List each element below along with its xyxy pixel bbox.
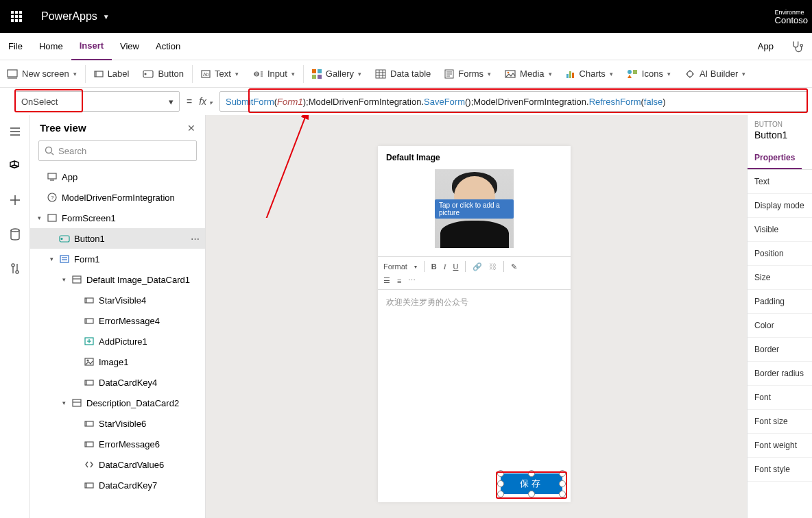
tree-node[interactable]: StarVisible6 bbox=[30, 413, 205, 434]
tree-view-icon[interactable] bbox=[4, 155, 26, 177]
property-row[interactable]: Position bbox=[748, 242, 812, 266]
rte-toolbar[interactable]: Format▾ B I U 🔗 ⛓ ✎ ☰ ≡ ⋯ bbox=[378, 256, 571, 290]
chevron-down-icon: ▾ bbox=[169, 97, 174, 107]
link-icon[interactable]: 🔗 bbox=[473, 262, 482, 271]
tree-view-title: Tree view bbox=[40, 122, 86, 134]
menu-file[interactable]: File bbox=[0, 33, 31, 60]
equals-sign: = bbox=[187, 96, 192, 107]
aibuilder-button[interactable]: AI Builder▾ bbox=[678, 60, 752, 88]
property-row[interactable]: Font style bbox=[748, 458, 812, 482]
search-input[interactable]: Search bbox=[38, 140, 197, 161]
more-icon[interactable]: ⋯ bbox=[408, 276, 416, 285]
svg-rect-42 bbox=[633, 70, 637, 74]
chevron-down-icon[interactable]: ▾ bbox=[209, 99, 213, 106]
menu-insert[interactable]: Insert bbox=[71, 33, 112, 60]
canvas[interactable]: Default Image Tap or click to add a pict… bbox=[206, 115, 747, 518]
unlink-icon[interactable]: ⛓ bbox=[489, 262, 497, 271]
bold-icon[interactable]: B bbox=[431, 262, 437, 271]
svg-rect-65 bbox=[48, 214, 56, 221]
help-icon: ? bbox=[47, 192, 58, 203]
hamburger-icon[interactable] bbox=[4, 121, 26, 143]
tree-node-label: Description_DataCard2 bbox=[86, 398, 179, 408]
menu-action[interactable]: Action bbox=[147, 33, 189, 60]
tab-properties[interactable]: Properties bbox=[748, 147, 802, 169]
formula-input[interactable]: SubmitForm(Form1);ModelDrivenFormIntegra… bbox=[219, 91, 808, 112]
menu-view[interactable]: View bbox=[112, 33, 147, 60]
menu-app[interactable]: App bbox=[750, 33, 782, 60]
charts-label: Charts bbox=[580, 69, 606, 79]
property-row[interactable]: Font weight bbox=[748, 434, 812, 458]
tree-node[interactable]: Image1 bbox=[30, 352, 205, 372]
svg-rect-10 bbox=[8, 70, 17, 77]
property-row[interactable]: Padding bbox=[748, 290, 812, 314]
app-launcher-icon[interactable] bbox=[0, 11, 33, 22]
gallery-button[interactable]: Gallery▾ bbox=[305, 60, 368, 88]
property-row[interactable]: Border radius bbox=[748, 362, 812, 386]
property-row[interactable]: Size bbox=[748, 266, 812, 290]
stethoscope-icon[interactable] bbox=[782, 33, 812, 60]
chevron-down-icon[interactable]: ▼ bbox=[103, 13, 110, 21]
property-row[interactable]: Font size bbox=[748, 410, 812, 434]
datatable-button[interactable]: Data table bbox=[368, 60, 438, 88]
insert-icon[interactable] bbox=[4, 189, 26, 211]
svg-rect-1 bbox=[15, 11, 18, 14]
tools-icon[interactable] bbox=[4, 258, 26, 280]
property-row[interactable]: Color bbox=[748, 314, 812, 338]
form-icon bbox=[59, 254, 70, 264]
svg-rect-71 bbox=[73, 276, 81, 283]
forms-button[interactable]: Forms▾ bbox=[438, 60, 498, 88]
charts-button[interactable]: Charts▾ bbox=[559, 60, 620, 88]
property-value: OnSelect bbox=[21, 97, 58, 107]
tree-node[interactable]: DataCardKey4 bbox=[30, 372, 205, 393]
property-row[interactable]: Font bbox=[748, 386, 812, 410]
tree-node[interactable]: DataCardValue6 bbox=[30, 454, 205, 475]
number-list-icon[interactable]: ≡ bbox=[397, 277, 401, 285]
rte-format-label[interactable]: Format bbox=[383, 262, 407, 271]
tree-node[interactable]: Button1⋯ bbox=[30, 228, 205, 249]
tree-node[interactable]: ▾Form1 bbox=[30, 249, 205, 269]
tree-node[interactable]: StarVisible4 bbox=[30, 290, 205, 310]
menu-home[interactable]: Home bbox=[31, 33, 71, 60]
data-icon[interactable] bbox=[4, 223, 26, 245]
property-row[interactable]: Border bbox=[748, 338, 812, 362]
property-row[interactable]: Text bbox=[748, 170, 812, 194]
label-icon bbox=[84, 418, 95, 429]
media-button[interactable]: Media▾ bbox=[498, 60, 558, 88]
rte-content[interactable]: 欢迎关注罗勇的公众号 bbox=[378, 290, 571, 315]
ribbon: New screen▾ Label Button Ab Text▾ Input▾… bbox=[0, 60, 812, 88]
input-button[interactable]: Input▾ bbox=[246, 60, 302, 88]
environment-picker[interactable]: Environme Contoso bbox=[775, 8, 812, 25]
italic-icon[interactable]: I bbox=[444, 262, 446, 271]
tree-node[interactable]: ErrorMessage4 bbox=[30, 310, 205, 331]
text-button[interactable]: Ab Text▾ bbox=[194, 60, 246, 88]
app-icon bbox=[47, 171, 58, 182]
tree-node[interactable]: ▾FormScreen1 bbox=[30, 208, 205, 228]
tree-node-label: AddPicture1 bbox=[99, 336, 147, 347]
svg-marker-43 bbox=[628, 75, 632, 78]
icons-button[interactable]: Icons▾ bbox=[620, 60, 678, 88]
tree-node[interactable]: ▾Default Image_DataCard1 bbox=[30, 269, 205, 290]
tree-node[interactable]: ▾Description_DataCard2 bbox=[30, 393, 205, 413]
property-row[interactable]: Visible bbox=[748, 218, 812, 242]
property-select[interactable]: OnSelect ▾ bbox=[15, 91, 180, 112]
bullet-list-icon[interactable]: ☰ bbox=[383, 276, 390, 285]
close-icon[interactable]: ✕ bbox=[187, 123, 195, 134]
tree-node-label: ErrorMessage4 bbox=[99, 316, 160, 326]
svg-rect-7 bbox=[15, 19, 18, 22]
underline-icon[interactable]: U bbox=[453, 262, 458, 271]
tree-node[interactable]: DataCardKey7 bbox=[30, 475, 205, 495]
svg-point-54 bbox=[11, 229, 19, 232]
tree-node[interactable]: ErrorMessage6 bbox=[30, 434, 205, 454]
tree-node[interactable]: App bbox=[30, 166, 205, 187]
clear-format-icon[interactable]: ✎ bbox=[511, 262, 517, 271]
add-picture-control[interactable]: Tap or click to add a picture bbox=[435, 169, 514, 248]
label-button[interactable]: Label bbox=[87, 60, 136, 88]
tree-node[interactable]: ?ModelDrivenFormIntegration bbox=[30, 187, 205, 208]
tree-node[interactable]: AddPicture1 bbox=[30, 331, 205, 352]
more-icon[interactable]: ⋯ bbox=[191, 234, 200, 244]
new-screen-button[interactable]: New screen▾ bbox=[0, 60, 84, 88]
svg-rect-5 bbox=[19, 15, 22, 18]
label-label: Label bbox=[108, 69, 130, 79]
button-button[interactable]: Button bbox=[136, 60, 191, 88]
property-row[interactable]: Display mode bbox=[748, 194, 812, 218]
